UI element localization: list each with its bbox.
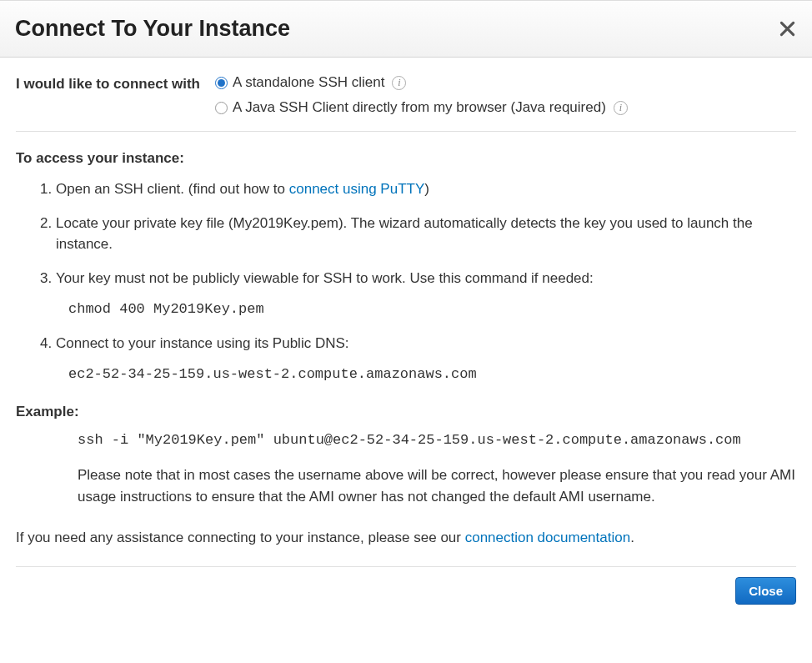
connect-method-row: I would like to connect with A standalon…: [16, 74, 796, 132]
radio-label: A standalone SSH client: [233, 74, 384, 91]
assistance-text: If you need any assistance connecting to…: [16, 527, 796, 568]
instruction-step-1: Open an SSH client. (find out how to con…: [56, 178, 796, 200]
instruction-step-4: Connect to your instance using its Publi…: [56, 333, 796, 385]
chmod-command: chmod 400 My2019Key.pem: [56, 299, 796, 320]
dialog-title: Connect To Your Instance: [15, 16, 290, 42]
info-icon[interactable]: i: [614, 101, 628, 115]
example-note: Please note that in most cases the usern…: [16, 465, 796, 509]
access-heading: To access your instance:: [16, 150, 796, 167]
public-dns: ec2-52-34-25-159.us-west-2.compute.amazo…: [56, 364, 796, 385]
radio-input[interactable]: [215, 77, 228, 89]
example-ssh-command: ssh -i "My2019Key.pem" ubuntu@ec2-52-34-…: [16, 432, 796, 448]
connection-documentation-link[interactable]: connection documentation: [465, 530, 630, 545]
close-icon[interactable]: [779, 21, 795, 37]
dialog-content: I would like to connect with A standalon…: [0, 58, 812, 567]
instruction-step-3: Your key must not be publicly viewable f…: [56, 268, 796, 320]
radio-option-standalone-ssh[interactable]: A standalone SSH client i: [215, 74, 628, 91]
close-button[interactable]: Close: [735, 577, 796, 605]
connect-method-label: I would like to connect with: [16, 74, 200, 93]
radio-option-java-ssh[interactable]: A Java SSH Client directly from my brows…: [215, 99, 628, 116]
radio-input[interactable]: [215, 102, 228, 114]
dialog-header: Connect To Your Instance: [0, 0, 812, 58]
connect-method-radio-group: A standalone SSH client i A Java SSH Cli…: [215, 74, 628, 116]
dialog-footer: Close: [0, 567, 812, 616]
info-icon[interactable]: i: [392, 76, 406, 90]
connect-putty-link[interactable]: connect using PuTTY: [289, 181, 425, 197]
radio-label: A Java SSH Client directly from my brows…: [233, 99, 606, 116]
instruction-list: Open an SSH client. (find out how to con…: [16, 178, 796, 385]
example-heading: Example:: [16, 404, 796, 420]
instruction-step-2: Locate your private key file (My2019Key.…: [56, 213, 796, 255]
